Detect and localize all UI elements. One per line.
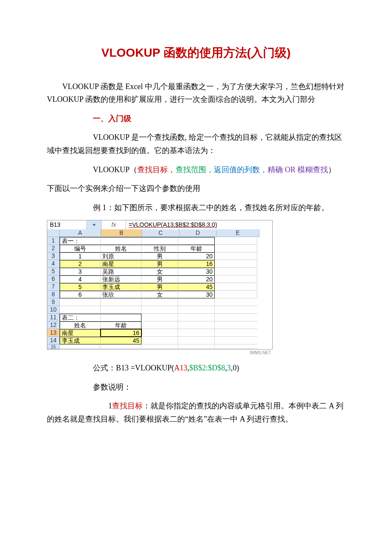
row: 9 xyxy=(47,298,272,306)
formula-line: 公式：B13 =VLOOKUP(A13,$B$2:$D$8,3,0) xyxy=(47,361,345,375)
row: 3 1 刘原 男 20 xyxy=(47,252,272,260)
watermark: IWMS.NET xyxy=(47,350,273,356)
cell: 性别 xyxy=(141,245,178,252)
row: 14 李玉成 45 xyxy=(47,337,272,344)
cell: 姓名 xyxy=(101,245,141,252)
col-header: D xyxy=(179,229,216,237)
name-box-dropdown-icon xyxy=(87,220,102,229)
row: 1 表一： xyxy=(47,237,272,245)
example-lead: 例 1：如下图所示，要求根据表二中的姓名，查找姓名所对应的年龄。 xyxy=(47,201,345,214)
formula-value: =VLOOKUP(A13,$B$2:$D$8,3,0) xyxy=(126,220,272,229)
row: 2 编号 姓名 性别 年龄 xyxy=(47,245,272,252)
row: 7 5 李玉成 男 45 xyxy=(47,283,272,291)
row: 13 南星 16 xyxy=(47,329,272,337)
syntax-arg-2: 查找范围， xyxy=(176,165,214,174)
section-heading: 一、入门级 xyxy=(47,112,345,125)
syntax-description: VLOOKUP 是一个查找函数, 给定一个查找的目标，它就能从指定的查找区域中查… xyxy=(47,131,345,157)
syntax-prefix: VLOOKUP（ xyxy=(93,165,137,174)
spreadsheet-grid: A B C D E 1 表一： 2 编号 姓名 性别 年龄 3 1 刘 xyxy=(47,229,273,350)
col-header: C xyxy=(142,229,179,237)
cell: 年龄 xyxy=(178,245,215,252)
param-1: 1查找目标：就是你指定的查找的内容或单元格引用。本例中表二 A 列的姓名就是查找… xyxy=(47,399,345,425)
page-title: VLOOKUP 函数的使用方法(入门级) xyxy=(47,43,345,63)
cell: 表一： xyxy=(60,237,101,245)
row: 12 姓名 年龄 xyxy=(47,321,272,329)
syntax-arg-1: 查找目标， xyxy=(137,165,176,174)
syntax-arg-4: 精确 OR 模糊查找 xyxy=(268,165,328,174)
row: 11 表二： xyxy=(47,314,272,321)
column-header-row: A B C D E xyxy=(47,229,272,237)
row: 5 3 吴路 女 30 xyxy=(47,268,272,275)
selected-cell: 16 xyxy=(101,329,141,337)
formula-bar: B13 fx =VLOOKUP(A13,$B$2:$D$8,3,0) xyxy=(47,220,273,229)
syntax-line: VLOOKUP（查找目标，查找范围，返回值的列数，精确 OR 模糊查找） xyxy=(47,163,345,176)
row: 10 xyxy=(47,306,272,314)
intro-paragraph: VLOOKUP 函数是 Excel 中几个最重函数之一，为了方便大家学习，兰色幻… xyxy=(47,80,345,106)
cell: 编号 xyxy=(60,245,101,252)
row: 6 4 张新远 男 20 xyxy=(47,275,272,283)
param-heading: 参数说明： xyxy=(47,381,345,394)
syntax-arg-3: 返回值的列数， xyxy=(214,165,268,174)
paragraph: 下面以一个实例来介绍一下这四个参数的使用 xyxy=(47,182,345,195)
name-box: B13 xyxy=(47,220,87,229)
col-header: B xyxy=(101,229,142,237)
row: 15 xyxy=(47,344,272,349)
row: 8 6 张欣 女 30 xyxy=(47,291,272,298)
syntax-suffix: ） xyxy=(328,165,336,174)
col-header: E xyxy=(216,229,259,237)
document-page: VLOOKUP 函数的使用方法(入门级) VLOOKUP 函数是 Excel 中… xyxy=(0,0,392,555)
col-header: A xyxy=(60,229,101,237)
text: VLOOKUP 是一个查找函数, 给定一个查找的目标，它就能从指定的查找区域中查… xyxy=(47,133,342,155)
excel-screenshot: B13 fx =VLOOKUP(A13,$B$2:$D$8,3,0) A B C… xyxy=(47,220,273,356)
row: 4 2 南星 男 16 xyxy=(47,260,272,268)
fx-label: fx xyxy=(102,220,126,229)
